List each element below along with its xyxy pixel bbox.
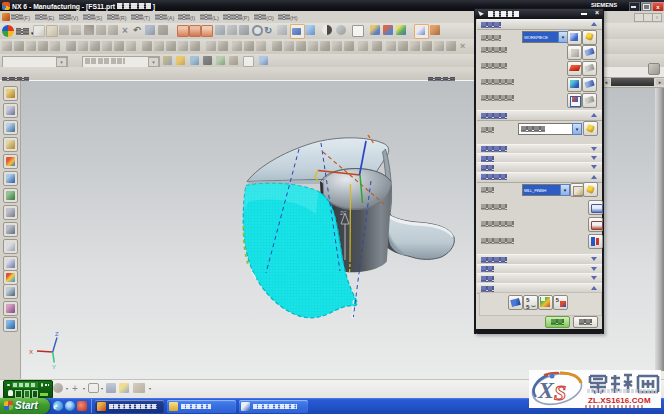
svg-text:X: X xyxy=(29,349,33,355)
svg-text:S: S xyxy=(554,380,566,405)
svg-text:Y: Y xyxy=(52,364,56,370)
svg-text:X: X xyxy=(537,377,555,403)
svg-text:ZC: ZC xyxy=(340,210,347,216)
svg-text:Z: Z xyxy=(55,331,59,337)
